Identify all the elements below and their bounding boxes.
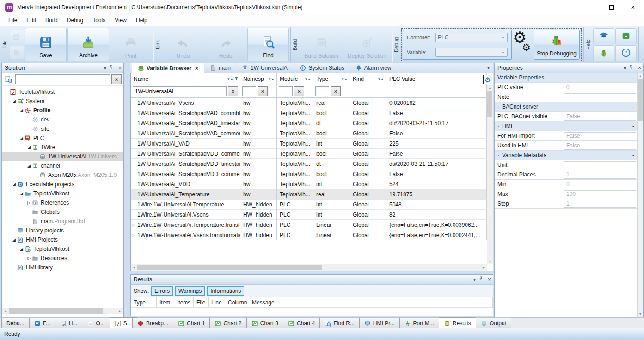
filter-input-namesp[interactable] bbox=[242, 86, 256, 96]
property-value-field[interactable]: False bbox=[564, 142, 636, 150]
sort-arrows-icon[interactable]: ▼▲ bbox=[377, 77, 385, 81]
tree-item-teplotavlhkost[interactable]: ◢TeplotaVlhkost bbox=[2, 189, 123, 198]
filter-funnel-icon[interactable] bbox=[234, 76, 239, 82]
column-settings-gear-icon[interactable]: ⚙ bbox=[483, 75, 492, 84]
row-expander-icon[interactable]: ▷ bbox=[132, 233, 135, 237]
tree-expander-icon[interactable]: ◢ bbox=[18, 136, 25, 140]
menu-file[interactable]: File bbox=[4, 16, 21, 25]
tab-main[interactable]: main bbox=[204, 63, 236, 73]
tree-expander-icon[interactable]: ◢ bbox=[18, 191, 25, 196]
table-row[interactable]: ▷1Wire.1W-UniversalAi.Temperature.transf… bbox=[131, 220, 487, 230]
close-button[interactable]: × bbox=[622, 0, 644, 14]
sort-arrows-icon[interactable]: ▼▲ bbox=[227, 77, 234, 81]
property-value-field[interactable]: 0 bbox=[564, 84, 636, 91]
table-hscrollbar[interactable]: ◂▸ bbox=[131, 264, 487, 271]
tab-1w-universalai[interactable]: 1W-UniversalAi bbox=[236, 63, 294, 73]
properties-vscrollbar[interactable]: ▴ ▾ bbox=[637, 73, 643, 317]
row-expander-icon[interactable]: ▷ bbox=[132, 223, 135, 227]
properties-section-variable-metadata[interactable]: ·Variable Metadata- bbox=[495, 151, 637, 160]
clear-filter-button[interactable]: X bbox=[294, 86, 304, 96]
tree-item-profile[interactable]: ◢Profile bbox=[2, 106, 123, 115]
tree-expander-icon[interactable]: ▷ bbox=[26, 256, 32, 261]
tree-item-plc[interactable]: ◢PLC bbox=[2, 134, 123, 143]
variable-select[interactable] bbox=[435, 48, 508, 57]
menu-debug[interactable]: Debug bbox=[63, 16, 87, 25]
panel-menu-chevron-icon[interactable]: ▾ bbox=[473, 277, 476, 282]
report-bug-button[interactable] bbox=[593, 45, 614, 61]
table-vscrollbar[interactable]: ▴ ▾ bbox=[487, 85, 493, 264]
controller-select[interactable]: PLC bbox=[435, 33, 508, 42]
tree-item-library-projects[interactable]: Library projects bbox=[2, 226, 123, 235]
tree-item-executable-projects[interactable]: ◢Executable projects bbox=[2, 180, 123, 189]
properties-section-hmi[interactable]: ·HMI- bbox=[495, 121, 637, 131]
deploy-solution-button[interactable]: Deploy Solution bbox=[344, 28, 390, 61]
table-row[interactable]: 1W-UniversalAi_TemperaturehwTeplotaVlh..… bbox=[131, 189, 487, 200]
table-row[interactable]: 1W-UniversalAi_VDDhwTeplotaVlh...intGlob… bbox=[131, 179, 487, 189]
tree-expander-icon[interactable]: ◢ bbox=[11, 182, 17, 187]
results-column-message[interactable]: Message bbox=[249, 298, 493, 307]
close-tab-icon[interactable]: × bbox=[195, 65, 198, 72]
column-header-name[interactable]: Name▼▲ bbox=[131, 73, 240, 85]
tree-item-channel[interactable]: ◢channel bbox=[2, 161, 123, 170]
save-button[interactable]: Save bbox=[25, 28, 67, 61]
clear-filter-button[interactable]: X bbox=[331, 86, 341, 96]
panel-menu-chevron-icon[interactable]: ▾ bbox=[624, 66, 626, 71]
filter-input-name[interactable] bbox=[133, 86, 227, 96]
table-row[interactable]: 1W-UniversalAi_VsenshwTeplotaVlh...realG… bbox=[131, 98, 487, 108]
tree-item-globals[interactable]: Globals bbox=[2, 207, 123, 217]
results-column-items[interactable]: Items bbox=[174, 298, 194, 307]
property-value-field[interactable] bbox=[564, 93, 636, 101]
results-column-column[interactable]: Column bbox=[225, 298, 249, 307]
table-row[interactable]: 1W-UniversalAi_ScratchpadVDD_commerrohwT… bbox=[131, 169, 487, 179]
stop-debugging-button[interactable]: Stop Debugging bbox=[534, 30, 580, 60]
tree-search-icon[interactable] bbox=[4, 74, 14, 85]
tutorials-button[interactable] bbox=[593, 28, 614, 44]
property-value-field[interactable]: 1 bbox=[564, 171, 636, 179]
archive-button[interactable]: Archive bbox=[67, 28, 109, 61]
undo-button[interactable]: Undo bbox=[162, 28, 204, 61]
open-solution-button[interactable] bbox=[10, 46, 24, 59]
tree-item-teplotavlhkost[interactable]: TeplotaVlhkost bbox=[2, 87, 123, 97]
print-button[interactable]: Print bbox=[110, 28, 152, 61]
menu-view[interactable]: View bbox=[110, 16, 131, 25]
solution-hscrollbar[interactable]: ◂▸ bbox=[2, 308, 123, 314]
collapse-section-icon[interactable]: - bbox=[632, 123, 634, 129]
table-row[interactable]: ▷1Wire.1W-UniversalAi.Vsens.transformati… bbox=[131, 230, 487, 240]
pin-icon[interactable] bbox=[629, 65, 635, 71]
property-value-field[interactable]: 1 bbox=[564, 200, 636, 208]
column-header-plc-value[interactable]: PLC Value bbox=[386, 73, 487, 85]
properties-section-variable-properties[interactable]: Variable Properties- bbox=[495, 73, 637, 83]
menu-build[interactable]: Build bbox=[41, 16, 62, 25]
table-row[interactable]: 1W-UniversalAi_ScratchpadVAD_commblohwTe… bbox=[131, 108, 487, 118]
tree-item-axon-m205-[interactable]: Axon M205.Axon_M205.1.0 bbox=[2, 170, 123, 180]
tab-system-status[interactable]: System Status bbox=[294, 63, 350, 73]
maximize-button[interactable] bbox=[601, 0, 622, 14]
column-header-module[interactable]: Module▼▲ bbox=[277, 73, 313, 85]
close-panel-icon[interactable]: × bbox=[638, 65, 641, 71]
results-filter-warnings[interactable]: Warnings bbox=[175, 286, 205, 296]
tree-expander-icon[interactable]: ◢ bbox=[26, 145, 32, 150]
tree-item-dev[interactable]: dev bbox=[2, 115, 123, 124]
collapse-section-icon[interactable]: - bbox=[632, 103, 634, 110]
tree-item-hmi-projects[interactable]: ◢HMI Projects bbox=[2, 235, 123, 244]
tree-expander-icon[interactable]: ◢ bbox=[11, 237, 17, 242]
tree-item-references[interactable]: ▷References bbox=[2, 198, 123, 207]
tree-expander-icon[interactable]: ▷ bbox=[26, 200, 32, 205]
collapse-section-icon[interactable]: - bbox=[632, 74, 634, 81]
results-filter-informations[interactable]: Informations bbox=[207, 286, 244, 296]
tree-item-hmi-library[interactable]: HMI library bbox=[2, 263, 123, 272]
debug-settings-gears-icon[interactable]: ⚙⚙ bbox=[512, 29, 533, 61]
tree-item-resources[interactable]: ▷Resources bbox=[2, 254, 123, 263]
table-row[interactable]: 1W-UniversalAi_ScratchpadVDD_commblohwTe… bbox=[131, 149, 487, 159]
sort-arrows-icon[interactable]: ▼▲ bbox=[341, 77, 348, 81]
column-header-type[interactable]: Type▼▲ bbox=[313, 73, 350, 85]
table-row[interactable]: 1Wire.1W-UniversalAi.TemperatureHW_hidde… bbox=[131, 200, 487, 210]
redo-button[interactable]: Redo bbox=[205, 28, 246, 61]
collapse-section-icon[interactable]: - bbox=[632, 152, 634, 158]
sort-arrows-icon[interactable]: ▼▲ bbox=[304, 77, 312, 81]
solution-search-input[interactable] bbox=[15, 74, 110, 84]
results-column-item[interactable]: Item bbox=[157, 298, 174, 307]
find-button[interactable]: Find bbox=[247, 28, 289, 61]
tab-alarm-view[interactable]: Alarm view bbox=[350, 63, 397, 73]
tree-item-system[interactable]: ◢System bbox=[2, 97, 123, 106]
